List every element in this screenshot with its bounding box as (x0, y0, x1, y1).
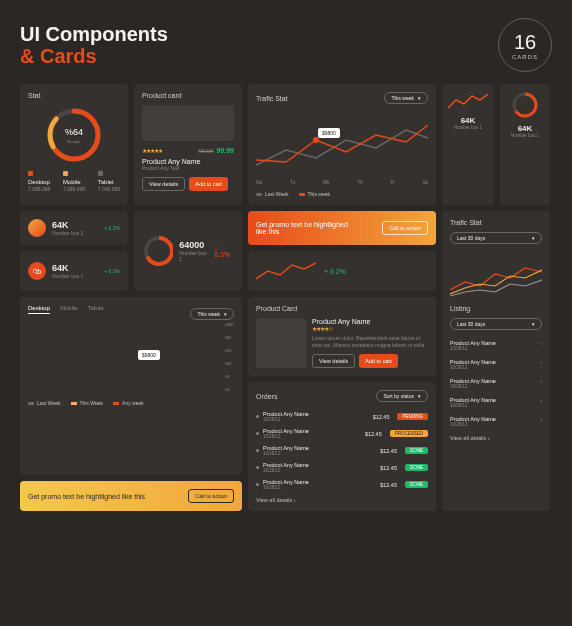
bar-chart-card: DesktopMobileTablet This week▾ 100K50K25… (20, 297, 242, 475)
chevron-down-icon: ▾ (532, 321, 535, 327)
view-details-button[interactable]: View details (312, 354, 355, 368)
add-to-cart-button[interactable]: Add to cart (359, 354, 398, 368)
chevron-down-icon: ▾ (224, 311, 227, 317)
cards-count-badge: 16 CARDS (498, 18, 552, 72)
chevron-right-icon: › (540, 416, 542, 427)
legend-item: Any week (113, 400, 144, 406)
star-icon: ★★★★☆ (312, 326, 332, 332)
card-title: Stat (28, 92, 120, 99)
product-card-wide: Product Card Product Any Name ★★★★☆ Lore… (248, 297, 436, 376)
stat-pill-1: 64KNumber box 1 + 6.2% (20, 211, 128, 245)
mini-stats: 64KNumber box 1 64KNumber box 1 (442, 84, 550, 205)
sparkline-icon (256, 259, 316, 283)
list-item[interactable]: Product Any Name10/28/12› (450, 355, 542, 374)
legend-item: Last Week (256, 191, 289, 197)
svg-point-5 (313, 137, 319, 143)
chart-tabs: DesktopMobileTablet (28, 305, 104, 314)
donut-chart: %64 Europe (44, 105, 104, 165)
chevron-down-icon: ▾ (418, 393, 421, 399)
chevron-right-icon: › (540, 340, 542, 351)
sort-select[interactable]: Sort by status▾ (376, 390, 428, 402)
order-row[interactable]: Product Any Name10/28/12$12.45PROCESSED (256, 425, 428, 442)
svg-text:Europe: Europe (68, 139, 82, 144)
mini-donut-icon (510, 90, 540, 120)
period-select[interactable]: This week▾ (384, 92, 428, 104)
metric-item: Tablet7.098.098 (98, 171, 120, 192)
add-to-cart-button[interactable]: Add to cart (189, 177, 228, 191)
order-row[interactable]: Product Any Name10/28/12$12.45PENDING (256, 408, 428, 425)
bar-tooltip: $9800 (138, 350, 160, 360)
period-select-30[interactable]: Last 30 days▾ (450, 232, 542, 244)
chevron-down-icon: ▾ (418, 95, 421, 101)
donut-icon (142, 234, 173, 268)
metric-item: Desktop7.098.098 (28, 171, 50, 192)
chart-tooltip: $9800 (318, 128, 340, 138)
star-icon: ★★★★★ (142, 147, 162, 154)
donut-stat-card: 64000Number box 1 ↓ 6.3% (134, 211, 242, 291)
product-image (142, 105, 234, 141)
legend-item: This Week (71, 400, 104, 406)
mini-stat-2: 64KNumber box 1 (500, 84, 550, 205)
stat-card: Stat %64 Europe Desktop7.098.098Mobile7.… (20, 84, 128, 205)
sparkline-icon (448, 90, 488, 112)
view-all-link[interactable]: View all details › (256, 497, 428, 503)
chevron-down-icon: ▾ (532, 235, 535, 241)
gradient-icon (28, 219, 46, 237)
hero-header: UI Components& Cards 16 CARDS (20, 18, 552, 72)
cta-button[interactable]: Call to action (188, 489, 234, 503)
product-name: Product Any Name (142, 158, 234, 165)
chevron-right-icon: › (540, 397, 542, 408)
chevron-right-icon: › (540, 378, 542, 389)
period-select[interactable]: Last 30 days▾ (450, 318, 542, 330)
chevron-right-icon: › (540, 359, 542, 370)
tab-tablet[interactable]: Tablet (88, 305, 104, 314)
stat-pill-2: 🛍 64KNumber box 1 + 6.2% (20, 251, 128, 291)
list-item[interactable]: Product Any Name10/28/12› (450, 336, 542, 355)
promo-banner-orange: Get promo text be hightlighed like this … (248, 211, 436, 245)
cta-button[interactable]: Call to action (382, 221, 428, 235)
order-row[interactable]: Product Any Name10/28/12$12.45DONE (256, 476, 428, 493)
period-select[interactable]: This week▾ (190, 308, 234, 320)
sparkline-card: + 6.2% (248, 251, 436, 291)
order-row[interactable]: Product Any Name10/28/12$12.45DONE (256, 459, 428, 476)
stat-metrics: Desktop7.098.098Mobile7.098.098Tablet7.0… (28, 171, 120, 192)
metric-item: Mobile7.098.098 (63, 171, 85, 192)
list-item[interactable]: Product Any Name10/28/12› (450, 412, 542, 431)
traffic-line-chart (256, 110, 428, 180)
orders-card: Orders Sort by status▾ Product Any Name1… (248, 382, 436, 511)
product-card: Product card ★★★★★ 99.9999.99 Product An… (134, 84, 242, 205)
legend-item: This week (299, 191, 331, 197)
traffic-stat-card: Trafic Stat This week▾ $9800 MoTuWeThFrS… (248, 84, 436, 205)
view-details-button[interactable]: View details (142, 177, 185, 191)
mini-stat-1: 64KNumber box 1 (442, 84, 494, 205)
order-row[interactable]: Product Any Name10/28/12$12.45DONE (256, 442, 428, 459)
list-item[interactable]: Product Any Name10/28/12› (450, 374, 542, 393)
multi-line-chart (450, 250, 542, 300)
listing-card: Listing Last 30 days▾ Product Any Name10… (442, 297, 550, 511)
page-title: UI Components& Cards (20, 23, 168, 67)
view-all-link[interactable]: View all details › (450, 435, 542, 441)
product-image (256, 318, 306, 368)
promo-banner-yellow: Get promo text be hightlighed like this … (20, 481, 242, 511)
legend-item: Last Week (28, 400, 61, 406)
tab-mobile[interactable]: Mobile (60, 305, 78, 314)
list-item[interactable]: Product Any Name10/28/12› (450, 393, 542, 412)
tab-desktop[interactable]: Desktop (28, 305, 50, 314)
bag-icon: 🛍 (28, 262, 46, 280)
svg-text:%64: %64 (65, 127, 83, 137)
